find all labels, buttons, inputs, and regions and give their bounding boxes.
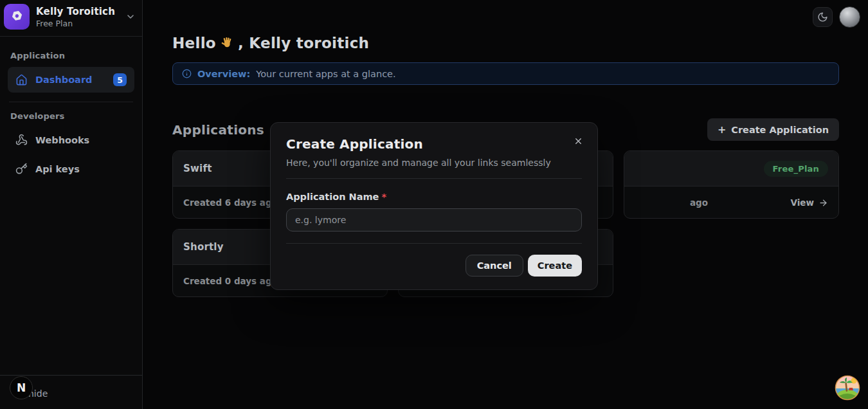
sidebar-footer: hide N: [0, 375, 142, 409]
topbar: [813, 6, 860, 28]
sidebar-item-api-keys[interactable]: Api keys: [8, 156, 134, 181]
overview-banner: Overview: Your current apps at a glance.: [172, 62, 839, 85]
app-name: Swift: [183, 163, 212, 174]
application-name-label: Application Name*: [286, 192, 582, 202]
key-icon: [15, 163, 28, 175]
banner-title: Overview:: [197, 69, 250, 79]
sidebar-item-label: Webhooks: [35, 135, 89, 145]
sidebar-item-webhooks[interactable]: Webhooks: [8, 127, 134, 152]
theme-toggle-button[interactable]: [813, 7, 833, 27]
close-icon: [574, 136, 583, 146]
chevron-down-icon[interactable]: [125, 12, 136, 22]
workspace-plan: Free Plan: [36, 19, 119, 28]
greeting-prefix: Hello: [172, 35, 216, 51]
view-label: View: [791, 197, 814, 208]
created-label: Created 6 days ago: [183, 197, 278, 208]
dialog-footer: Cancel Create: [286, 255, 582, 277]
arrow-right-icon: [818, 198, 828, 208]
banner-text: Your current apps at a glance.: [256, 69, 395, 79]
close-dialog-button[interactable]: [570, 133, 586, 149]
user-avatar[interactable]: [839, 6, 860, 28]
app-root: Kelly Toroitich Free Plan Application Da…: [0, 0, 868, 409]
create-application-button[interactable]: + Create Application: [707, 118, 839, 141]
workspace-switcher[interactable]: Kelly Toroitich Free Plan: [0, 0, 142, 37]
create-application-dialog: Create Application Here, you'll organize…: [270, 122, 598, 290]
island-widget-button[interactable]: [835, 375, 860, 401]
create-application-label: Create Application: [731, 125, 829, 135]
cancel-button[interactable]: Cancel: [466, 255, 523, 277]
brand-text: Kelly Toroitich Free Plan: [36, 6, 119, 28]
dialog-subtitle: Here, you'll organize and manage all you…: [286, 158, 582, 168]
create-button[interactable]: Create: [528, 255, 582, 277]
greeting-name: , Kelly toroitich: [238, 35, 369, 51]
tropical-island-icon: [835, 375, 860, 401]
dialog-divider: [286, 178, 582, 179]
required-asterisk: *: [381, 192, 386, 202]
field-label-text: Application Name: [286, 192, 379, 202]
sidebar-nav: Application Dashboard 5 Developers Webho…: [0, 37, 142, 181]
workspace-name: Kelly Toroitich: [36, 6, 119, 17]
nav-section-application: Application: [10, 51, 132, 60]
created-label: Created 0 days ago: [183, 276, 278, 286]
sidebar-item-label: Dashboard: [35, 75, 92, 85]
page-greeting: Hello , Kelly toroitich: [172, 35, 839, 51]
logo-glyph-icon: [9, 9, 24, 24]
moon-icon: [817, 12, 828, 23]
sidebar-item-dashboard[interactable]: Dashboard 5: [8, 67, 134, 93]
plus-icon: +: [718, 123, 726, 136]
info-icon: [182, 69, 192, 78]
application-card: Free_Plan ago View: [624, 150, 839, 219]
sidebar-item-label: Api keys: [35, 164, 80, 174]
home-icon: [15, 74, 28, 86]
dialog-divider: [286, 243, 582, 244]
applications-title: Applications: [172, 122, 264, 138]
wave-hand-icon: [221, 37, 233, 50]
card-body: ago View: [624, 186, 838, 219]
dashboard-count-badge: 5: [113, 73, 127, 86]
plan-badge: Free_Plan: [764, 161, 828, 177]
app-name: Shortly: [183, 241, 224, 253]
created-label: ago: [690, 197, 708, 208]
webhook-icon: [15, 134, 28, 146]
app-logo: [4, 4, 30, 30]
view-link[interactable]: View: [791, 197, 828, 208]
card-header: Free_Plan: [624, 151, 838, 186]
sidebar: Kelly Toroitich Free Plan Application Da…: [0, 0, 143, 409]
cursor-presence-badge: N: [10, 376, 33, 399]
dialog-title: Create Application: [286, 136, 582, 152]
nav-divider: [9, 102, 133, 102]
nav-section-developers: Developers: [10, 111, 132, 121]
application-name-input[interactable]: [286, 208, 582, 232]
